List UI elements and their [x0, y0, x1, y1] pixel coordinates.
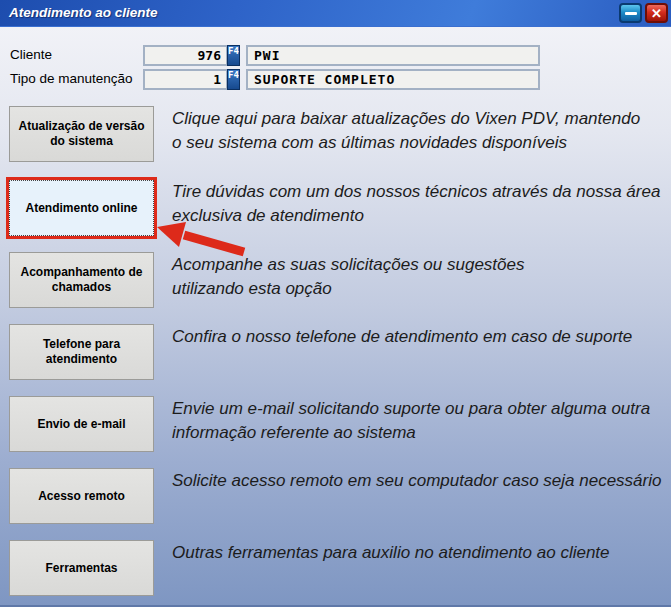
tipo-manutencao-label: Tipo de manutenção [10, 71, 133, 86]
cliente-f4-lookup-button[interactable]: F4 [227, 45, 240, 66]
title-bar: Atendimento ao cliente ✕ [0, 0, 671, 27]
envio-email-button[interactable]: Envio de e-mail [9, 396, 154, 452]
telefone-atendimento-button[interactable]: Telefone para atendimento [9, 324, 154, 380]
acesso-remoto-button[interactable]: Acesso remoto [9, 468, 154, 524]
minimize-button[interactable] [619, 3, 642, 23]
tipo-manutencao-name-input[interactable]: SUPORTE COMPLETO [246, 69, 540, 90]
telefone-atendimento-description: Confira o nosso telefone de atendimento … [172, 325, 671, 349]
cliente-code-input[interactable]: 976 [143, 45, 228, 66]
atendimento-online-button[interactable]: Atendimento online [9, 180, 154, 236]
atualizacao-versao-description: Clique aqui para baixar atualizações do … [172, 107, 671, 155]
window-title: Atendimento ao cliente [9, 5, 158, 20]
close-button[interactable]: ✕ [645, 3, 668, 23]
minimize-icon [625, 12, 637, 15]
ferramentas-button[interactable]: Ferramentas [9, 540, 154, 596]
cliente-label: Cliente [10, 47, 52, 62]
close-icon: ✕ [651, 6, 662, 21]
dialog-content: Cliente 976 F4 PWI Tipo de manutenção 1 … [0, 27, 671, 607]
atendimento-online-description: Tire dúvidas com um dos nossos técnicos … [172, 180, 671, 228]
acompanhamento-chamados-button[interactable]: Acompanhamento de chamados [9, 252, 154, 308]
atualizacao-versao-button[interactable]: Atualização de versão do sistema [9, 106, 154, 162]
cliente-name-input[interactable]: PWI [246, 45, 540, 66]
envio-email-description: Envie um e-mail solicitando suporte ou p… [172, 397, 671, 445]
ferramentas-description: Outras ferramentas para auxilio no atend… [172, 541, 671, 565]
tipo-manutencao-code-input[interactable]: 1 [143, 69, 228, 90]
dialog-atendimento-ao-cliente: Atendimento ao cliente ✕ Cliente 976 F4 … [0, 0, 671, 607]
tipo-manutencao-f4-lookup-button[interactable]: F4 [227, 69, 240, 90]
acesso-remoto-description: Solicite acesso remoto em seu computador… [172, 469, 671, 493]
acompanhamento-chamados-description: Acompanhe as suas solicitações ou sugest… [172, 253, 671, 301]
